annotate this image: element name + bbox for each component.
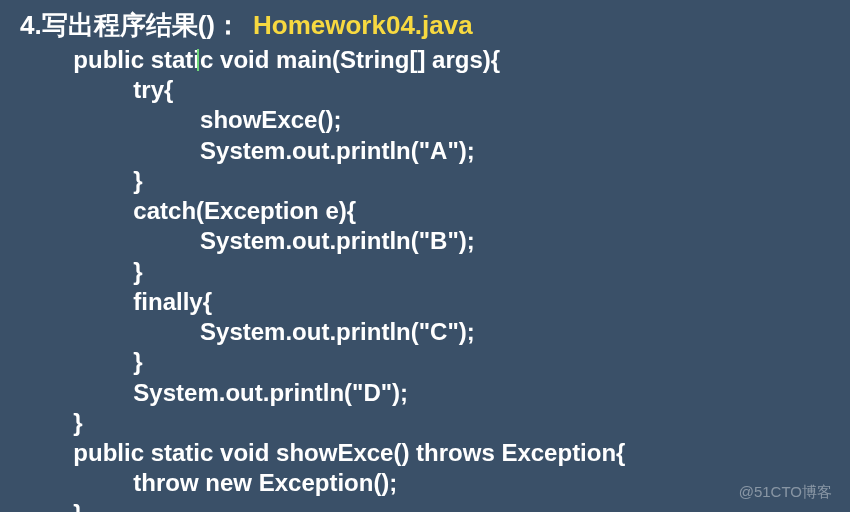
watermark: @51CTO博客 [739,483,832,502]
code-line: System.out.println("B"); [20,227,475,254]
code-line: finally{ [20,288,212,315]
code-line: } [20,258,143,285]
slide-title: 4. 写出程序结果()： Homework04.java [0,0,850,43]
code-line: c void main(String[] args){ [200,46,500,73]
filename: Homework04.java [253,10,473,41]
code-line: } [20,500,83,512]
code-line: public stati [20,46,200,73]
code-line: throw new Exception(); [20,469,397,496]
code-line: } [20,409,83,436]
code-block: public static void main(String[] args){ … [0,45,850,512]
code-line: catch(Exception e){ [20,197,356,224]
code-line: } [20,167,143,194]
code-line: public static void showExce() throws Exc… [20,439,625,466]
code-line: System.out.println("C"); [20,318,475,345]
question-text: 写出程序结果()： [42,8,241,43]
question-number: 4. [20,10,42,41]
code-line: System.out.println("D"); [20,379,408,406]
code-line: System.out.println("A"); [20,137,475,164]
code-line: showExce(); [20,106,341,133]
code-line: try{ [20,76,173,103]
text-cursor-icon [197,49,199,71]
code-line: } [20,348,143,375]
